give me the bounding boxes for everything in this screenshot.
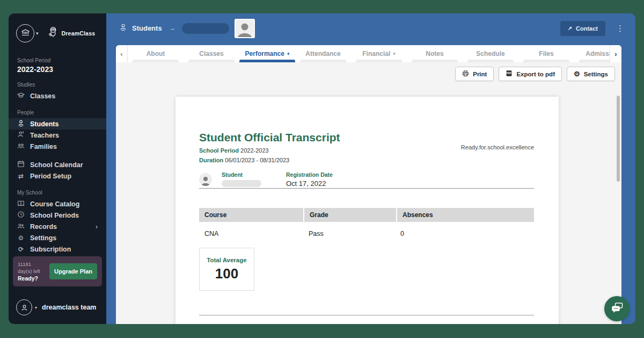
sidebar-item-classes[interactable]: Classes	[9, 90, 106, 102]
families-icon	[17, 142, 25, 151]
settings-label: Settings	[584, 71, 608, 77]
tab-performance[interactable]: Performance ▾	[239, 45, 295, 62]
student-name-redacted	[182, 23, 229, 34]
graduation-cap-icon	[17, 92, 25, 100]
sidebar: ▾ DreamClass	[9, 13, 106, 324]
sidebar-item-course-catalog[interactable]: Course Catalog	[9, 198, 106, 210]
sidebar-item-subscription[interactable]: ⟳ Subscription	[9, 243, 106, 255]
tab-admission[interactable]: Admission	[574, 45, 610, 62]
tab-label: Financial	[362, 50, 390, 57]
cell-course: CNA	[199, 227, 303, 241]
school-period-label: School Period	[17, 57, 98, 63]
student-info-row: Student Registration Date Oct 17, 2022	[199, 171, 534, 188]
tab-notes[interactable]: Notes	[407, 45, 463, 62]
cell-grade: Pass	[303, 227, 395, 241]
registration-date-value: Oct 17, 2022	[286, 179, 333, 188]
chevron-down-icon: ▾	[36, 31, 39, 36]
tab-schedule[interactable]: Schedule	[463, 45, 518, 62]
sidebar-item-teachers[interactable]: Teachers	[9, 130, 106, 141]
top-bar: Students → ↗ Contact ⋮	[106, 13, 635, 43]
vertical-scrollbar[interactable]	[617, 96, 620, 182]
tab-label: Classes	[199, 50, 223, 57]
student-photo	[199, 173, 212, 186]
chat-bubbles-icon	[611, 302, 624, 316]
transcript-card: Student Official Transcript School Perio…	[175, 97, 559, 324]
tabs-scroll-left-button[interactable]: ‹	[116, 45, 128, 62]
tab-label: Files	[539, 50, 553, 57]
book-icon	[17, 200, 25, 208]
breadcrumb[interactable]: Students	[132, 24, 162, 32]
tab-label: Admission	[586, 50, 610, 57]
swap-arrows-icon: ⇄	[17, 172, 25, 180]
sidebar-item-label: Course Catalog	[30, 200, 79, 208]
sidebar-header-studies: Studies	[9, 82, 106, 88]
sidebar-item-families[interactable]: Families	[9, 141, 106, 152]
contact-label: Contact	[576, 25, 598, 32]
arrow-right-icon: →	[169, 24, 175, 32]
sidebar-header-people: People	[9, 110, 106, 116]
transcript-title: Student Official Transcript	[199, 131, 534, 144]
school-period-value: 2022-2023	[240, 147, 269, 154]
trial-banner: 11181 day(s) left Ready? Upgrade Plan	[13, 256, 102, 286]
external-arrow-icon: ↗	[568, 25, 572, 31]
contact-button[interactable]: ↗ Contact	[560, 21, 605, 36]
chat-widget-button[interactable]	[604, 296, 630, 321]
tab-financial[interactable]: Financial ▾	[351, 45, 407, 62]
gear-icon: ⚙	[574, 70, 580, 78]
clock-icon	[17, 211, 25, 220]
school-motto: Ready.for.school.excellence	[461, 144, 534, 150]
svg-text:PDF: PDF	[507, 72, 511, 75]
export-pdf-button[interactable]: PDF Export to pdf	[499, 67, 562, 81]
sidebar-item-settings[interactable]: ⚙ Settings	[9, 232, 106, 243]
sidebar-item-records[interactable]: Records ›	[9, 221, 106, 232]
screen: ▾ DreamClass	[0, 0, 644, 338]
transcript-header: Student Official Transcript School Perio…	[199, 131, 534, 188]
institution-icon	[21, 28, 30, 39]
student-label: Student	[222, 171, 261, 178]
tab-attendance[interactable]: Attendance	[295, 45, 351, 62]
divider	[199, 315, 534, 315]
chevron-right-icon[interactable]: ›	[96, 223, 98, 231]
print-label: Print	[473, 71, 487, 77]
tabs-scroll-right-button[interactable]: ›	[610, 45, 621, 62]
account-name: dreamclass team	[42, 304, 96, 311]
sidebar-item-school-calendar[interactable]: School Calendar	[9, 159, 106, 170]
settings-button[interactable]: ⚙ Settings	[567, 67, 615, 81]
tab-about[interactable]: About	[128, 45, 184, 62]
table-row: CNA Pass 0	[199, 227, 534, 241]
print-button[interactable]: Print	[455, 67, 494, 81]
registration-column: Registration Date Oct 17, 2022	[286, 171, 333, 188]
school-switcher-button[interactable]	[16, 24, 34, 42]
sidebar-header-my-school: My School	[9, 190, 106, 196]
people-icon	[17, 222, 25, 231]
student-icon	[17, 119, 25, 128]
account-avatar-icon	[16, 299, 32, 315]
grades-table: Course Grade Absences CNA Pass 0	[199, 208, 534, 241]
kebab-menu-icon[interactable]: ⋮	[616, 24, 624, 33]
sidebar-item-label: Families	[30, 143, 57, 150]
column-header-absences: Absences	[397, 208, 534, 222]
tab-label: Schedule	[476, 50, 504, 57]
trial-info: 11181 day(s) left Ready?	[18, 261, 46, 282]
sidebar-item-students[interactable]: Students	[9, 118, 106, 130]
upgrade-plan-button[interactable]: Upgrade Plan	[49, 263, 97, 279]
sidebar-item-label: Classes	[30, 92, 55, 100]
export-label: Export to pdf	[516, 71, 555, 77]
account-menu[interactable]: ▾ dreamclass team	[9, 294, 106, 324]
sidebar-item-label: Records	[30, 223, 57, 231]
tab-files[interactable]: Files	[518, 45, 574, 62]
tabs: About Classes Performance ▾ Attendance F…	[128, 45, 610, 62]
sidebar-item-period-setup[interactable]: ⇄ Period Setup	[9, 170, 106, 182]
sidebar-item-school-periods[interactable]: School Periods	[9, 210, 106, 221]
total-average-label: Total Average	[207, 257, 246, 263]
tab-label: Notes	[426, 50, 443, 57]
school-period-value: 2022-2023	[17, 65, 98, 74]
student-avatar[interactable]	[235, 19, 255, 38]
sidebar-item-label: School Calendar	[30, 161, 83, 169]
total-average-box: Total Average 100	[199, 248, 254, 291]
student-column: Student	[222, 171, 261, 187]
sidebar-logo-row: ▾ DreamClass	[9, 20, 106, 45]
school-period-block: School Period 2022-2023	[17, 57, 98, 74]
tab-classes[interactable]: Classes	[184, 45, 239, 62]
duration-label: Duration	[199, 157, 223, 163]
